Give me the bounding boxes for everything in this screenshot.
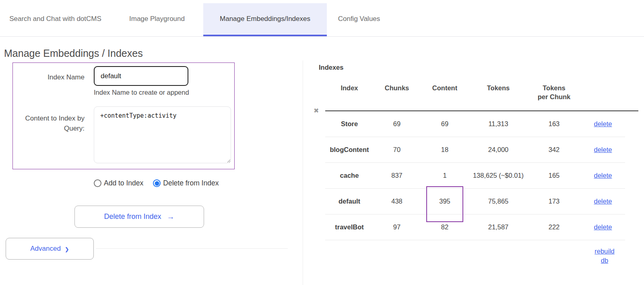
horizontal-divider [96,248,288,249]
column-header-chunks: Chunks [374,79,420,92]
delete-link[interactable]: delete [594,172,612,179]
tab-config-values[interactable]: Config Values [327,3,391,36]
vertical-divider [303,60,303,285]
close-icon[interactable]: ✖ [314,107,319,114]
advanced-button[interactable]: Advanced ❯ [6,238,94,260]
tab-bar: Search and Chat with dotCMS Image Playgr… [0,0,644,37]
index-name-input[interactable] [94,66,188,86]
index-name-help-text: Index Name to create or append [94,89,189,96]
arrow-right-icon: → [167,212,175,221]
tab-manage-embeddings-indexes[interactable]: Manage Embeddings/Indexes [203,3,327,36]
advanced-button-label: Advanced [30,245,61,253]
table-row: default 438 395 75,865 173 delete [325,189,625,214]
column-header-tokens: Tokens [469,79,527,92]
page: Search and Chat with dotCMS Image Playgr… [0,0,644,285]
index-mode-radio-group: Add to Index Delete from Index [94,179,219,187]
delete-link[interactable]: delete [594,223,612,231]
indexes-panel-title: Indexes [319,64,343,71]
chevron-right-icon: ❯ [65,245,69,252]
column-header-actions [581,79,625,83]
tab-image-playground[interactable]: Image Playground [111,3,203,36]
query-label: Content to Index by Query: [12,114,85,133]
table-row: Store 69 69 11,313 163 delete [325,111,625,137]
delete-link[interactable]: delete [594,198,612,205]
query-textarea[interactable]: +contentType:activity [94,106,231,163]
column-header-content: Content [420,79,469,92]
radio-delete-from-index[interactable]: Delete from Index [153,179,219,187]
radio-add-to-index[interactable]: Add to Index [94,179,143,187]
index-name-label: Index Name [12,73,85,83]
radio-delete-from-index-label: Delete from Index [163,179,219,187]
column-header-tokens-per-chunk: Tokens per Chunk [527,79,581,102]
delete-from-index-button[interactable]: Delete from Index → [74,206,204,228]
table-row: blogContent 70 18 24,000 342 delete [325,137,625,163]
table-header-row: Index Chunks Content Tokens Tokens per C… [325,79,625,110]
radio-add-to-index-label: Add to Index [104,179,143,187]
delete-from-index-button-label: Delete from Index [104,212,161,221]
delete-link[interactable]: delete [594,120,612,128]
tab-search-and-chat[interactable]: Search and Chat with dotCMS [0,3,111,36]
column-header-index: Index [325,79,374,92]
page-title: Manage Embeddings / Indexes [4,48,143,59]
table-row: cache 837 1 138,625 (~$0.01) 165 delete [325,163,625,189]
delete-link[interactable]: delete [594,146,612,154]
radio-circle-icon[interactable] [94,179,101,187]
indexes-table: Index Chunks Content Tokens Tokens per C… [325,79,625,240]
radio-circle-icon[interactable] [153,179,161,187]
table-row: travelBot 97 82 21,587 222 delete [325,214,625,240]
rebuild-db-link[interactable]: rebuild db [592,247,617,265]
